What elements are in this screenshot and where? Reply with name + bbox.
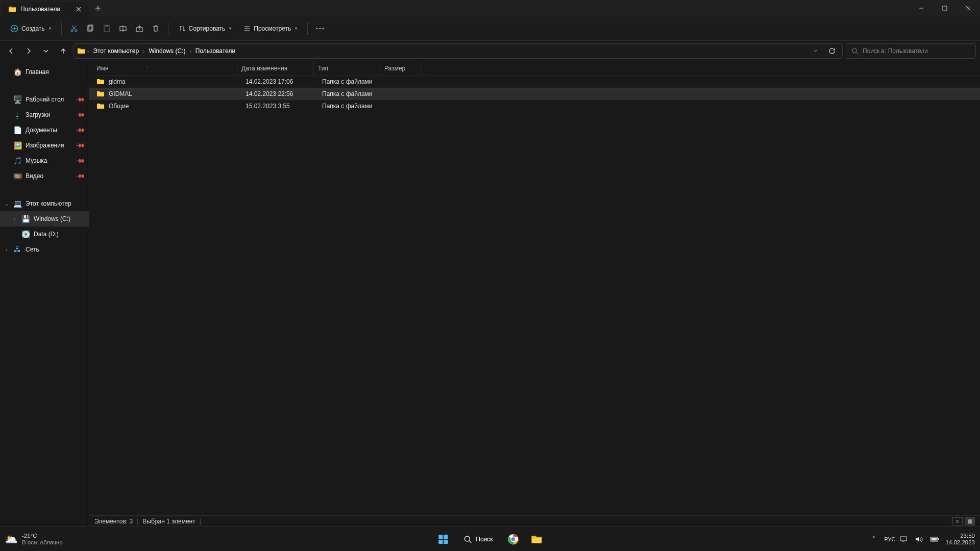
folder-icon [77, 47, 85, 55]
svg-point-11 [320, 28, 321, 29]
pin-icon: 📌 [75, 110, 85, 119]
table-row[interactable]: Общие15.02.2023 3:55Папка с файлами [89, 100, 980, 112]
refresh-icon[interactable] [825, 44, 839, 58]
col-size[interactable]: Размер [380, 61, 421, 75]
paste-icon [100, 21, 114, 36]
status-count: Элементов: 3 [94, 518, 133, 525]
sidebar-pictures[interactable]: 🖼️ Изображения 📌 [0, 138, 89, 153]
close-window-button[interactable] [957, 0, 980, 16]
sidebar-desktop[interactable]: 🖥️ Рабочий стол 📌 [0, 92, 89, 107]
expand-icon[interactable]: › [3, 247, 10, 253]
folder-icon [96, 102, 105, 110]
new-tab-button[interactable] [89, 0, 107, 16]
chevron-right-icon[interactable]: › [189, 48, 191, 54]
close-tab-icon[interactable] [75, 5, 83, 13]
folder-icon [8, 5, 16, 13]
view-details-icon[interactable]: ≡ [952, 517, 963, 525]
tray-volume-icon[interactable] [915, 536, 925, 543]
pin-icon: 📌 [75, 156, 85, 165]
file-type: Папка с файлами [318, 78, 384, 85]
content-area: Имя ˄ Дата изменения Тип Размер gidma14.… [89, 61, 980, 527]
forward-button[interactable] [21, 44, 36, 58]
file-name: GIDMAL [109, 90, 132, 97]
window-controls [910, 0, 980, 16]
chevron-down-icon: ▾ [49, 26, 51, 31]
svg-rect-14 [438, 535, 443, 539]
cut-icon[interactable] [67, 21, 81, 36]
view-button[interactable]: Просмотреть ▾ [238, 22, 302, 35]
new-button[interactable]: Создать ▾ [5, 21, 56, 36]
sidebar-videos[interactable]: 🎞️ Видео 📌 [0, 168, 89, 184]
sort-asc-icon: ˄ [146, 66, 148, 70]
chevron-right-icon[interactable]: › [143, 48, 144, 54]
svg-rect-23 [900, 537, 906, 541]
sidebar-downloads[interactable]: ⭳ Загрузки 📌 [0, 107, 89, 122]
tray-clock[interactable]: 23:50 14.02.2023 [945, 533, 975, 545]
taskbar-center: Поиск [433, 529, 547, 549]
delete-icon[interactable] [149, 21, 163, 36]
tray-overflow-icon[interactable]: ˄ [869, 536, 879, 543]
up-button[interactable] [56, 44, 70, 58]
col-name[interactable]: Имя ˄ [89, 61, 237, 75]
table-row[interactable]: GIDMAL14.02.2023 22:56Папка с файлами [89, 88, 980, 100]
sidebar-home[interactable]: 🏠 Главная [0, 64, 89, 80]
sidebar-music[interactable]: 🎵 Музыка 📌 [0, 153, 89, 168]
weather-widget[interactable]: 🌥️ -21°C В осн. облачно [5, 533, 63, 545]
separator [168, 22, 168, 35]
table-row[interactable]: gidma14.02.2023 17:06Папка с файлами [89, 76, 980, 88]
back-button[interactable] [4, 44, 18, 58]
expand-icon[interactable]: › [11, 216, 18, 222]
folder-icon [96, 90, 105, 98]
more-icon[interactable] [313, 21, 327, 36]
tray-battery-icon[interactable] [930, 536, 940, 542]
pin-icon: 📌 [75, 140, 85, 150]
search-input[interactable] [863, 47, 970, 55]
sidebar-documents[interactable]: 📄 Документы 📌 [0, 122, 89, 138]
chevron-right-icon[interactable]: › [87, 48, 89, 54]
taskbar: 🌥️ -21°C В осн. облачно Поиск ˄ РУС 23:5… [0, 527, 980, 551]
collapse-icon[interactable]: ⌄ [3, 201, 10, 207]
crumb-this-pc[interactable]: Этот компьютер [91, 46, 141, 56]
view-grid-icon[interactable]: ▦ [965, 517, 975, 525]
sort-button[interactable]: Сортировать ▾ [174, 22, 237, 35]
file-list[interactable]: gidma14.02.2023 17:06Папка с файламиGIDM… [89, 76, 980, 515]
address-bar[interactable]: › Этот компьютер › Windows (C:) › Пользо… [74, 43, 843, 59]
body: 🏠 Главная 🖥️ Рабочий стол 📌 ⭳ Загрузки 📌… [0, 61, 980, 527]
col-type[interactable]: Тип [314, 61, 380, 75]
recent-button[interactable] [39, 44, 53, 58]
sidebar-c-drive[interactable]: › 💾 Windows (C:) [0, 211, 89, 227]
taskbar-explorer[interactable] [527, 529, 547, 549]
file-name: Общие [109, 103, 129, 110]
svg-point-2 [71, 30, 73, 32]
col-date[interactable]: Дата изменения [237, 61, 314, 75]
minimize-button[interactable] [910, 0, 933, 16]
sidebar-network[interactable]: › 🖧 Сеть [0, 242, 89, 257]
sidebar-this-pc[interactable]: ⌄ 💻 Этот компьютер [0, 196, 89, 211]
crumb-c-drive[interactable]: Windows (C:) [146, 46, 187, 56]
copy-icon[interactable] [83, 21, 97, 36]
navbar: › Этот компьютер › Windows (C:) › Пользо… [0, 41, 980, 61]
tray-language[interactable]: РУС [884, 536, 894, 542]
pin-icon: 📌 [75, 125, 85, 135]
tray-time: 23:50 [945, 533, 975, 539]
pc-icon: 💻 [13, 199, 21, 208]
crumb-users[interactable]: Пользователи [193, 46, 237, 56]
tray-network-icon[interactable] [899, 536, 910, 543]
share-icon[interactable] [132, 21, 146, 36]
file-type: Папка с файлами [318, 90, 384, 97]
svg-point-12 [323, 28, 324, 29]
rename-icon[interactable] [116, 21, 130, 36]
address-dropdown-icon[interactable] [808, 44, 823, 58]
tab-users[interactable]: Пользователи [2, 2, 89, 16]
taskbar-chrome[interactable] [503, 529, 524, 549]
search-icon [851, 47, 859, 55]
svg-point-3 [75, 30, 77, 32]
pin-icon: 📌 [75, 94, 85, 104]
search-box[interactable] [846, 43, 976, 59]
file-date: 15.02.2023 3:55 [241, 103, 318, 110]
taskbar-search[interactable]: Поиск [456, 530, 500, 548]
search-icon [463, 535, 472, 543]
maximize-button[interactable] [933, 0, 957, 16]
start-button[interactable] [433, 529, 453, 549]
sidebar-d-drive[interactable]: 💽 Data (D:) [0, 227, 89, 242]
